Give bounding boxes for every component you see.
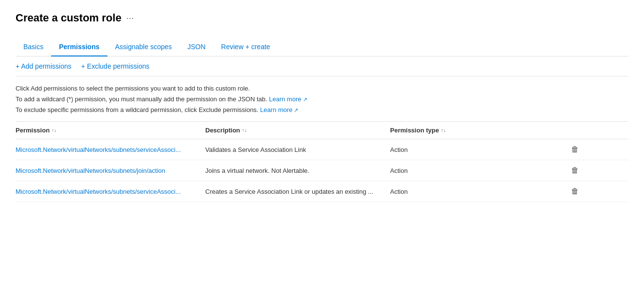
info-line1: Click Add permissions to select the perm… [16, 83, 628, 94]
page-title: Create a custom role [16, 12, 122, 24]
delete-row-2-button[interactable]: 🗑 [568, 186, 582, 197]
table-row: Microsoft.Network/virtualNetworks/subnet… [16, 160, 628, 181]
tab-json[interactable]: JSON [179, 38, 213, 56]
action-cell-2: 🗑 [560, 186, 590, 197]
delete-row-0-button[interactable]: 🗑 [568, 144, 582, 155]
delete-row-1-button[interactable]: 🗑 [568, 165, 582, 176]
tab-nav: Basics Permissions Assignable scopes JSO… [16, 38, 628, 56]
description-cell-2: Creates a Service Association Link or up… [205, 188, 390, 195]
permission-cell-0[interactable]: Microsoft.Network/virtualNetworks/subnet… [16, 146, 205, 153]
permissions-table: Permission ↑↓ Description ↑↓ Permission … [16, 122, 628, 202]
col-header-permission-type: Permission type ↑↓ [390, 127, 560, 134]
type-cell-2: Action [390, 188, 560, 195]
tab-review-create[interactable]: Review + create [214, 38, 278, 56]
sort-description-icon[interactable]: ↑↓ [242, 128, 247, 133]
learn-more-link-1[interactable]: Learn more [269, 95, 307, 103]
col-header-actions [560, 127, 590, 134]
col-header-description: Description ↑↓ [205, 127, 390, 134]
action-cell-0: 🗑 [560, 144, 590, 155]
type-cell-1: Action [390, 167, 560, 174]
tab-permissions[interactable]: Permissions [51, 38, 107, 56]
info-section: Click Add permissions to select the perm… [16, 76, 628, 122]
permission-cell-1[interactable]: Microsoft.Network/virtualNetworks/subnet… [16, 167, 205, 174]
learn-more-link-2[interactable]: Learn more [260, 106, 299, 113]
sort-permission-icon[interactable]: ↑↓ [52, 128, 56, 133]
table-row: Microsoft.Network/virtualNetworks/subnet… [16, 181, 628, 202]
col-header-permission: Permission ↑↓ [16, 127, 205, 134]
add-permissions-button[interactable]: + Add permissions [16, 62, 72, 70]
description-cell-0: Validates a Service Association Link [205, 146, 390, 153]
exclude-permissions-button[interactable]: + Exclude permissions [81, 62, 149, 70]
action-cell-1: 🗑 [560, 165, 590, 176]
type-cell-0: Action [390, 146, 560, 153]
table-row: Microsoft.Network/virtualNetworks/subnet… [16, 139, 628, 160]
table-header: Permission ↑↓ Description ↑↓ Permission … [16, 122, 628, 139]
description-cell-1: Joins a virtual network. Not Alertable. [205, 167, 390, 174]
permission-cell-2[interactable]: Microsoft.Network/virtualNetworks/subnet… [16, 188, 205, 195]
info-line3: To exclude specific permissions from a w… [16, 105, 628, 115]
more-options-icon[interactable]: ··· [126, 13, 134, 23]
sort-type-icon[interactable]: ↑↓ [441, 128, 446, 133]
tab-assignable-scopes[interactable]: Assignable scopes [107, 38, 180, 56]
tab-basics[interactable]: Basics [16, 38, 51, 56]
permissions-toolbar: + Add permissions + Exclude permissions [16, 56, 628, 76]
info-line2: To add a wildcard (*) permission, you mu… [16, 94, 628, 105]
